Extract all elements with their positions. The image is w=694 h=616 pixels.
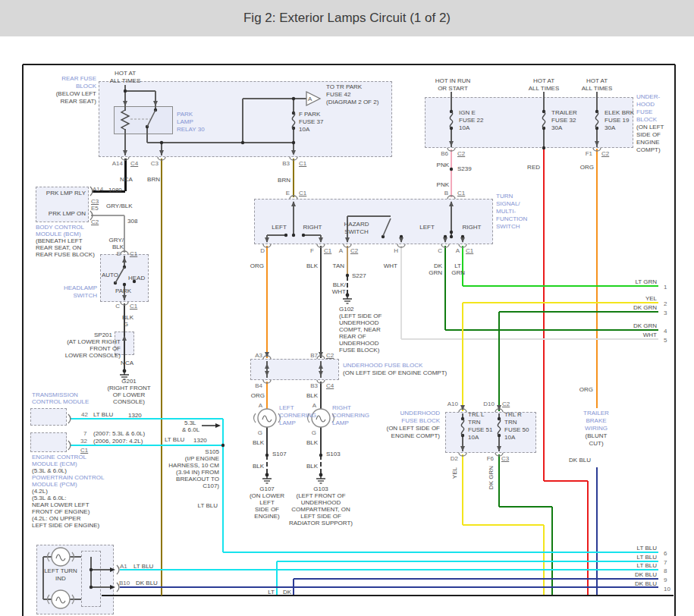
diagram-label: (RIGHT FRONT xyxy=(107,385,150,391)
wiring-diagram-page: Fig 2: Exterior Lamps Circuit (1 of 2) A… xyxy=(0,0,694,616)
bulb-icon xyxy=(48,548,74,566)
diagram-label: C1 xyxy=(457,190,465,196)
diagram-label: G102 xyxy=(339,306,354,313)
ground-icon xyxy=(316,473,325,483)
diagram-label: (DIAGRAM 2 OF 2) xyxy=(326,99,378,105)
diagram-label: ALL TIMES xyxy=(582,85,612,92)
diagram-label: G xyxy=(258,429,262,436)
diagram-label: UNDERHOOD xyxy=(400,410,440,416)
diagram-label: WIRING xyxy=(585,425,608,432)
diagram-label: D xyxy=(260,247,265,254)
diagram-label: DK xyxy=(434,262,442,269)
junction-dot xyxy=(346,274,349,277)
diagram-label: SIGNAL/ xyxy=(496,200,520,207)
junction-dot xyxy=(89,568,93,571)
diagram-label: SWITCH xyxy=(496,223,520,230)
diagram-label: CORNERING xyxy=(279,412,316,419)
diagram-label: A xyxy=(456,247,460,254)
diagram-label: LT BLU xyxy=(133,563,153,570)
diagram-label: G107 xyxy=(259,486,275,492)
diagram-label: LT xyxy=(268,589,275,596)
diagram-label: FUSE xyxy=(636,108,652,115)
diagram-label: C xyxy=(115,303,120,310)
bulb-icon xyxy=(48,595,50,604)
diagram-label: SP201 xyxy=(94,332,112,338)
arrowhead-icon xyxy=(443,237,447,243)
diagram-label: WHT xyxy=(332,288,346,295)
arrowhead-icon xyxy=(595,141,599,146)
diagram-label: CONTROL MODULE xyxy=(32,398,89,405)
diagram-label: SIDE OF xyxy=(255,506,279,513)
diagram-label: B3 xyxy=(310,382,318,389)
arrowhead-icon xyxy=(265,237,269,243)
diagram-label: LOWER CONSOLE) xyxy=(65,352,121,359)
diagram-label: 10 xyxy=(664,586,670,592)
diagram-label: C4 xyxy=(326,382,334,389)
diagram-label: UNDER- xyxy=(636,93,660,100)
diagram-label: RIGHT xyxy=(332,404,351,411)
connector-pin-icon xyxy=(441,244,449,247)
diagram-label: FUSE 51 xyxy=(468,426,492,433)
diagram-label: C3 xyxy=(91,198,99,205)
bulb-icon xyxy=(72,595,74,604)
arrowhead-icon xyxy=(159,150,164,156)
diagram-label: (3.94 IN) FROM xyxy=(176,469,219,476)
arrowhead-icon xyxy=(291,150,296,156)
diagram-label: RIGHT xyxy=(463,224,482,231)
junction-dot xyxy=(292,234,295,237)
diagram-label: C1 xyxy=(466,247,473,254)
diagram-label: ENGINE COMPT) xyxy=(391,432,440,439)
diagram-label: PNK xyxy=(437,181,449,188)
arrowhead-icon xyxy=(399,237,404,243)
diagram-label: ELEK BRK xyxy=(605,109,634,116)
bulb-icon xyxy=(258,409,276,427)
diagram-label: B xyxy=(444,190,448,196)
junction-dot xyxy=(265,454,268,457)
diagram-label: FUNCTION xyxy=(496,215,527,222)
diagram-label: FUSE 50 xyxy=(504,426,529,433)
arrowhead-icon xyxy=(123,150,127,156)
diagram-label: (I/P ENGINE xyxy=(185,455,219,462)
diagram-label: A10 xyxy=(447,401,458,407)
diagram-label: D10 xyxy=(483,401,495,407)
arrowhead-icon xyxy=(345,237,350,243)
junction-dot xyxy=(319,454,322,457)
diagram-label: HEAD xyxy=(128,275,145,281)
diagram-label: C3 xyxy=(151,160,159,167)
fuse-icon xyxy=(595,112,598,128)
diagram-label: BLOCK xyxy=(636,116,657,123)
diagram-label: LT BLU xyxy=(93,411,113,418)
diagram-label: C1 xyxy=(130,303,137,310)
diagram-label: TRL R xyxy=(504,411,522,418)
diagram-label: 10A xyxy=(504,434,515,441)
diagram-label: S105 xyxy=(205,448,219,455)
diagram-label: 32 xyxy=(80,438,87,445)
diagram-label: BRN xyxy=(278,177,290,184)
diagram-label: MODULE (ECM) xyxy=(32,460,77,467)
connector-pin-icon xyxy=(290,157,297,160)
diagram-label: (AT LOWER RIGHT xyxy=(67,338,121,345)
diagram-label: 6 xyxy=(664,550,667,557)
arrowhead-icon xyxy=(122,257,127,262)
switch-blade-line xyxy=(383,218,391,236)
diagram-label: MODULE (BCM) xyxy=(36,231,81,237)
arrowhead-icon xyxy=(319,237,323,243)
arrowhead-icon xyxy=(449,201,454,206)
diagram-label: RADIATOR SUPPORT) xyxy=(289,520,353,526)
diagram-label: DK BLU xyxy=(136,580,158,586)
diagram-label: C2 xyxy=(326,352,334,359)
diagram-label: YEL xyxy=(645,295,657,302)
diagram-label: S227 xyxy=(352,272,366,279)
bulb-icon xyxy=(52,548,70,566)
diagram-label: S107 xyxy=(272,451,287,457)
junction-dot xyxy=(124,90,127,93)
junction-dot xyxy=(450,168,453,171)
arrowhead-icon xyxy=(122,335,127,341)
diagram-label: HOT IN RUN xyxy=(435,77,471,84)
diagram-label: PARK xyxy=(177,111,193,118)
diagram-label: (BELOW LEFT xyxy=(56,90,96,97)
connector-pin-icon xyxy=(158,157,165,160)
diagram-label: LAMP xyxy=(332,420,349,426)
diagram-label: B10 xyxy=(119,580,130,586)
junction-dot xyxy=(450,231,453,234)
